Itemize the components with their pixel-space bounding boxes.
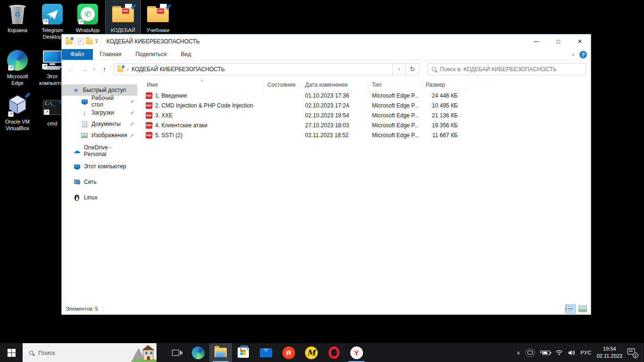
up-button[interactable]: ↑ (99, 65, 110, 73)
sidebar-item-pictures[interactable]: Изображения (62, 130, 137, 141)
start-button[interactable] (0, 343, 23, 362)
sidebar-item-this-pc[interactable]: Этот компьютер (62, 161, 137, 172)
tab-share[interactable]: Поделиться (128, 49, 173, 60)
desktop-icon-label: cmd (48, 121, 58, 127)
sidebar-item-linux[interactable]: Linux (62, 192, 137, 203)
column-header-date[interactable]: Дата изменения (301, 82, 368, 90)
customize-toolbar-button[interactable]: ∨ (95, 40, 98, 43)
clock[interactable]: 19:54 02.11.2023 (597, 346, 622, 360)
language-indicator[interactable]: РУС (580, 350, 592, 355)
microsoft-store-icon (238, 347, 249, 358)
new-folder-button[interactable] (86, 39, 93, 44)
wifi-icon[interactable] (555, 350, 563, 356)
action-center-button[interactable]: 1 (627, 348, 637, 357)
navigation-pane: ★ Быстрый доступ Рабочий стол ↓ Загрузки… (62, 78, 137, 303)
thumbnails-view-button[interactable] (578, 305, 587, 312)
file-row[interactable]: PDF2. CMD Injection & PHP Code Injection… (143, 100, 591, 110)
desktop-icon-whatsapp[interactable]: ✆ ↗ WhatsApp (70, 1, 105, 35)
quick-access-toolbar: ∨ (62, 38, 104, 45)
sidebar-item-onedrive[interactable]: ☁ OneDrive - Personal (62, 145, 137, 156)
title-bar[interactable]: ∨ КОДЕБАЙ КИБЕРБЕЗОПАСНОСТЬ — □ ✕ (62, 34, 591, 49)
column-header-status[interactable]: Состояние (264, 82, 301, 90)
taskbar: Я M Y ∧ РУС 19:54 02.11.2023 1 (0, 343, 644, 362)
sidebar-item-downloads[interactable]: ↓ Загрузки (62, 107, 137, 118)
desktop-icon-virtualbox[interactable]: »» ↗ Oracle VM VirtualBox (0, 92, 35, 133)
column-header-size[interactable]: Размер (422, 82, 467, 90)
task-view-button[interactable] (164, 343, 187, 362)
taskbar-edge-button[interactable] (187, 343, 209, 362)
tab-home[interactable]: Главная (93, 49, 129, 60)
taskbar-yellow-m-button[interactable]: M (300, 343, 322, 362)
column-header-name[interactable]: Имя (143, 82, 264, 90)
notification-badge: 1 (633, 353, 638, 358)
breadcrumb[interactable]: КОДЕБАЙ КИБЕРБЕЗОПАСНОСТЬ (132, 66, 225, 73)
tab-view[interactable]: Вид (173, 49, 198, 60)
window-folder-icon (66, 39, 73, 44)
desktop-icon-uchebniki[interactable]: PDF »» Учебники (140, 1, 175, 35)
refresh-button[interactable]: ↻ (406, 63, 419, 75)
sidebar-item-documents[interactable]: Документы (62, 118, 137, 130)
system-tray: ∧ РУС 19:54 02.11.2023 1 (517, 343, 642, 362)
details-view-button[interactable] (565, 304, 576, 313)
wireless-display-icon[interactable] (525, 349, 535, 357)
explorer-search-input[interactable] (440, 66, 582, 73)
shortcut-arrow-icon: ↗ (42, 64, 48, 69)
address-bar[interactable]: › КОДЕБАЙ КИБЕРБЕЗОПАСНОСТЬ (114, 63, 393, 75)
taskbar-search-box[interactable] (23, 343, 157, 362)
search-icon (432, 67, 436, 71)
expand-ribbon-button[interactable]: ∨ (571, 52, 575, 57)
properties-button[interactable] (78, 38, 83, 45)
file-row[interactable]: PDF3. XXE 02.10.2023 19:54 Microsoft Edg… (143, 110, 591, 120)
navigation-bar: ← → ∨ ↑ › КОДЕБАЙ КИБЕРБЕЗОПАСНОСТЬ ∨ ↻ (62, 60, 591, 78)
pictures-icon (81, 133, 88, 138)
battery-icon[interactable] (540, 351, 550, 355)
file-row[interactable]: PDF1. Введение 01.10.2023 17:36 Microsof… (143, 90, 591, 100)
forward-button[interactable]: → (79, 65, 90, 73)
sidebar-item-quick-access[interactable]: ★ Быстрый доступ (62, 84, 137, 96)
taskbar-opera-button[interactable] (322, 343, 345, 362)
desktop-icon-label: Корзина (8, 27, 27, 34)
address-dropdown-button[interactable]: ∨ (393, 63, 406, 75)
desktop-icon-label: WhatsApp (76, 27, 100, 34)
desktop-icon-recycle-bin[interactable]: ♻ Корзина (0, 1, 35, 35)
column-header-type[interactable]: Тип (368, 82, 422, 90)
tray-date: 02.11.2023 (597, 353, 622, 360)
search-highlight-image[interactable] (129, 344, 157, 362)
taskbar-mail-button[interactable] (255, 343, 277, 362)
help-button[interactable]: ? (579, 51, 587, 58)
tab-file[interactable]: Файл (62, 49, 93, 60)
sidebar-item-network[interactable]: Сеть (62, 176, 137, 188)
virtualbox-icon: »» ↗ (7, 94, 28, 117)
taskbar-search-input[interactable] (38, 349, 109, 356)
desktop-icon-label: Oracle VM VirtualBox (0, 119, 34, 132)
telegram-icon: ↗ (42, 4, 63, 25)
taskbar-store-button[interactable] (232, 343, 255, 362)
shortcut-arrow-icon: ↗ (43, 19, 49, 25)
pdf-file-icon: PDF (146, 112, 152, 119)
explorer-window: ∨ КОДЕБАЙ КИБЕРБЕЗОПАСНОСТЬ — □ ✕ Файл Г… (61, 34, 591, 315)
tray-time: 19:54 (597, 346, 622, 353)
tray-expand-button[interactable]: ∧ (517, 350, 520, 355)
file-row[interactable]: PDF5. SSTI (2) 02.11.2023 18:52 Microsof… (143, 130, 591, 140)
show-desktop-button[interactable] (642, 343, 644, 362)
back-button[interactable]: ← (66, 65, 77, 73)
file-row[interactable]: PDF4. Клиентские атаки 27.10.2023 18:03 … (143, 120, 591, 130)
shortcut-arrow-icon: ↗ (8, 111, 14, 117)
desktop-icon-label: Учебники (147, 27, 169, 34)
taskbar-explorer-button[interactable] (209, 343, 232, 362)
sidebar-item-desktop[interactable]: Рабочий стол (62, 96, 137, 107)
downloads-icon: ↓ (81, 110, 88, 115)
maximize-button[interactable]: □ (547, 34, 569, 49)
close-button[interactable]: ✕ (569, 34, 591, 49)
linux-penguin-icon (74, 195, 79, 201)
desktop-icon-kodebay[interactable]: PDF »» КОДЕБАЙ (106, 1, 140, 35)
pdf-folder-icon: PDF »» (112, 6, 134, 23)
taskbar-yandex-browser-button[interactable]: Y (345, 343, 368, 362)
volume-icon[interactable] (568, 350, 575, 356)
taskbar-yandex-button[interactable]: Я (277, 343, 300, 362)
desktop-icon-edge[interactable]: ↗ Microsoft Edge (0, 47, 35, 88)
explorer-search-box[interactable] (428, 63, 586, 75)
minimize-button[interactable]: — (526, 34, 547, 49)
shortcut-arrow-icon: ↗ (78, 19, 84, 25)
recent-locations-button[interactable]: ∨ (91, 67, 97, 71)
